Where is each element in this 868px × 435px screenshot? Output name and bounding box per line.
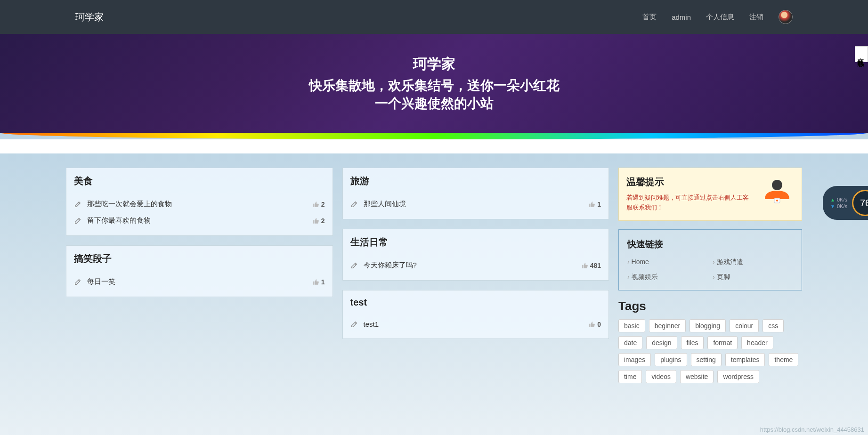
tag[interactable]: date	[618, 336, 642, 349]
card-title[interactable]: 美食	[74, 175, 325, 187]
post-item[interactable]: 今天你赖床了吗?481	[350, 257, 601, 274]
tag[interactable]: format	[707, 336, 738, 349]
tag[interactable]: setting	[691, 353, 722, 366]
hero-banner: 珂学家 快乐集散地，欢乐集结号，送你一朵小红花 一个兴趣使然的小站	[0, 34, 868, 133]
navbar: 珂学家 首页 admin 个人信息 注销	[0, 0, 868, 34]
like-count[interactable]: 2	[313, 201, 325, 208]
post-item[interactable]: 留下你最喜欢的食物2	[74, 212, 325, 229]
like-count[interactable]: 1	[589, 201, 601, 208]
tag[interactable]: beginner	[649, 319, 686, 332]
quick-title: 快速链接	[627, 238, 793, 250]
customer-service-tab[interactable]: 在线客服	[855, 46, 868, 62]
like-count[interactable]: 1	[313, 278, 325, 286]
quick-link[interactable]: 页脚	[713, 273, 793, 282]
avatar[interactable]	[779, 10, 793, 24]
tip-box: 温馨提示 若遇到疑问难题，可直接通过点击右侧人工客服联系我们！	[618, 168, 802, 221]
post-item[interactable]: test10	[350, 316, 601, 332]
post-title: 今天你赖床了吗?	[364, 261, 417, 270]
nav-admin[interactable]: admin	[672, 13, 691, 21]
card-title[interactable]: 生活日常	[350, 236, 601, 249]
like-count[interactable]: 481	[582, 262, 601, 269]
tag[interactable]: images	[618, 353, 651, 366]
tag[interactable]: colour	[730, 319, 759, 332]
main-content: 美食那些吃一次就会爱上的食物2留下你最喜欢的食物2搞笑段子每日一笑1 旅游那些人…	[0, 153, 868, 383]
quick-link[interactable]: 视频娱乐	[627, 273, 708, 282]
category-card: 生活日常今天你赖床了吗?481	[342, 229, 609, 281]
category-card: 美食那些吃一次就会爱上的食物2留下你最喜欢的食物2	[66, 168, 333, 236]
tag[interactable]: files	[681, 336, 704, 349]
post-title: 每日一笑	[87, 277, 115, 286]
brand[interactable]: 珂学家	[75, 11, 104, 24]
edit-icon	[350, 262, 358, 269]
hero-subtitle-1: 快乐集散地，欢乐集结号，送你一朵小红花	[309, 77, 560, 95]
nav-profile[interactable]: 个人信息	[706, 13, 734, 22]
category-card: 旅游那些人间仙境1	[342, 168, 609, 219]
white-gap	[0, 139, 868, 153]
edit-icon	[74, 201, 81, 208]
watermark: https://blog.csdn.net/weixin_44458631	[760, 426, 864, 433]
card-title[interactable]: test	[350, 297, 601, 308]
column-middle: 旅游那些人间仙境1生活日常今天你赖床了吗?481testtest10	[342, 168, 609, 383]
sidebar: 温馨提示 若遇到疑问难题，可直接通过点击右侧人工客服联系我们！ 快速链接 Hom…	[618, 168, 802, 383]
category-card: 搞笑段子每日一笑1	[66, 245, 333, 297]
support-icon	[760, 176, 794, 209]
tag[interactable]: website	[680, 370, 714, 383]
tag[interactable]: basic	[618, 319, 645, 332]
edit-icon	[350, 321, 358, 328]
tags-section: Tags basicbeginnerbloggingcolourcssdated…	[618, 299, 802, 383]
tag[interactable]: css	[763, 319, 784, 332]
tag[interactable]: videos	[646, 370, 676, 383]
nav-logout[interactable]: 注销	[749, 13, 763, 22]
quick-link[interactable]: 游戏消遣	[713, 258, 793, 266]
hero-title: 珂学家	[413, 55, 455, 74]
card-title[interactable]: 旅游	[350, 175, 601, 187]
tags-title: Tags	[618, 299, 802, 314]
tip-title: 温馨提示	[626, 176, 754, 188]
tags-cloud: basicbeginnerbloggingcolourcssdatedesign…	[618, 319, 802, 383]
upload-speed: 0K/s	[837, 197, 847, 202]
tip-text: 若遇到疑问难题，可直接通过点击右侧人工客服联系我们！	[626, 193, 754, 213]
tag[interactable]: header	[741, 336, 773, 349]
tag[interactable]: templates	[725, 353, 765, 366]
download-icon: ▼	[830, 204, 835, 209]
nav-right: 首页 admin 个人信息 注销	[642, 10, 793, 24]
tag[interactable]: plugins	[655, 353, 687, 366]
download-speed: 0K/s	[837, 203, 847, 209]
nav-home[interactable]: 首页	[642, 13, 657, 22]
post-title: 留下你最喜欢的食物	[87, 216, 151, 225]
like-count[interactable]: 2	[313, 217, 325, 225]
post-title: 那些吃一次就会爱上的食物	[87, 200, 172, 209]
svg-point-2	[776, 200, 778, 201]
column-left: 美食那些吃一次就会爱上的食物2留下你最喜欢的食物2搞笑段子每日一笑1	[66, 168, 333, 383]
quick-links-grid: Home游戏消遣视频娱乐页脚	[627, 258, 793, 282]
quick-link[interactable]: Home	[627, 258, 708, 266]
post-item[interactable]: 那些吃一次就会爱上的食物2	[74, 196, 325, 212]
tag[interactable]: blogging	[690, 319, 726, 332]
tag[interactable]: theme	[769, 353, 798, 366]
category-card: testtest10	[342, 290, 609, 339]
post-title: test1	[364, 320, 379, 328]
rainbow-divider	[0, 133, 868, 139]
quick-links-box: 快速链接 Home游戏消遣视频娱乐页脚	[618, 229, 802, 290]
tag[interactable]: design	[646, 336, 677, 349]
speed-gauge: 76	[852, 190, 868, 216]
edit-icon	[74, 217, 81, 225]
hero-subtitle-2: 一个兴趣使然的小站	[375, 95, 494, 113]
like-count[interactable]: 0	[589, 321, 601, 328]
post-item[interactable]: 每日一笑1	[74, 274, 325, 290]
post-item[interactable]: 那些人间仙境1	[350, 196, 601, 212]
edit-icon	[350, 201, 358, 208]
svg-point-0	[772, 180, 782, 190]
network-speed-widget[interactable]: ▲0K/s ▼0K/s 76	[823, 186, 868, 220]
card-title[interactable]: 搞笑段子	[74, 252, 325, 265]
upload-icon: ▲	[830, 197, 835, 202]
tag[interactable]: wordpress	[717, 370, 759, 383]
tag[interactable]: time	[618, 370, 642, 383]
edit-icon	[74, 278, 81, 286]
post-title: 那些人间仙境	[364, 200, 406, 209]
